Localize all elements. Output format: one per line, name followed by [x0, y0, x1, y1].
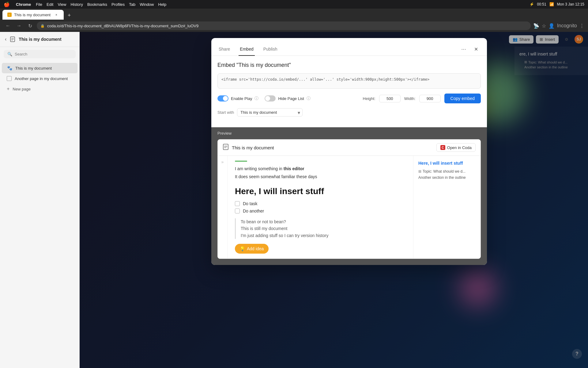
menu-tab[interactable]: Tab: [129, 2, 135, 7]
app-content: 👥 Share ⊞ Insert ⚙ SJ ere, I will insert…: [80, 32, 588, 368]
wifi-icon: 📶: [549, 2, 554, 6]
app-name: Chrome: [16, 2, 31, 7]
menu-profiles[interactable]: Profiles: [111, 2, 125, 7]
menu-help[interactable]: Help: [158, 2, 167, 7]
open-in-coda-label: Open in Coda: [447, 145, 472, 150]
embedded-doc-icon: [223, 144, 229, 151]
embed-controls: Enable Play ⓘ Hide Page List ⓘ Height: W…: [217, 94, 481, 103]
modal-tab-publish[interactable]: Publish: [262, 43, 279, 56]
blockquote: To bean or not to bean? This is still my…: [235, 218, 406, 239]
menu-file[interactable]: File: [36, 2, 42, 7]
menu-window[interactable]: Window: [140, 2, 154, 7]
embedded-doc-title: This is my document: [232, 145, 274, 150]
battery-time: 00:51: [537, 2, 546, 6]
panel-heading: Here, I will insert stuff: [418, 161, 476, 166]
browser-tab[interactable]: C This is my document ×: [2, 10, 64, 20]
modal-header: Share Embed Publish ⋯ ✕: [211, 38, 487, 56]
idea-icon: 💡: [240, 246, 245, 251]
modal-more-button[interactable]: ⋯: [459, 44, 469, 54]
sidebar-item-another-page[interactable]: Another page in my document: [2, 74, 77, 83]
profile-icon[interactable]: 👤: [548, 23, 555, 29]
doc-content: » I am writing something in this editor …: [218, 156, 481, 259]
search-icon: 🔍: [7, 52, 12, 56]
enable-play-toggle[interactable]: [217, 95, 228, 102]
search-placeholder: Search: [15, 52, 27, 56]
search-bar[interactable]: 🔍 Search: [4, 50, 76, 58]
panel-item-2: Another section in the outline: [418, 175, 476, 180]
blockquote-line-2: This is still my document: [241, 225, 406, 232]
task-label-1: Do task: [243, 201, 257, 206]
height-label: Height:: [363, 96, 375, 101]
doc-heading: Here, I will insert stuff: [235, 186, 406, 196]
hide-page-list-toggle[interactable]: [265, 95, 276, 102]
start-with-wrapper: This is my document Another page in my d…: [237, 108, 303, 117]
modal-close-button[interactable]: ✕: [471, 44, 481, 54]
menu-view[interactable]: View: [58, 2, 66, 7]
sidebar: ‹ This is my document 🔍 Search 🐾 This is…: [0, 32, 80, 368]
datetime: Mon 3 Jan 12:15: [557, 2, 584, 6]
doc-sidebar-chevron[interactable]: »: [218, 156, 228, 259]
lock-icon: 🔒: [40, 24, 45, 28]
tab-close-button[interactable]: ×: [54, 12, 59, 17]
modal-tab-embed[interactable]: Embed: [239, 43, 254, 56]
back-button[interactable]: ←: [4, 21, 12, 30]
hide-page-list-label: Hide Page List: [278, 96, 304, 101]
menu-icon[interactable]: ⋮: [579, 23, 584, 29]
incognito-label: Incognito: [557, 23, 577, 29]
menu-edit[interactable]: Edit: [47, 2, 53, 7]
copy-embed-button[interactable]: Copy embed: [444, 94, 481, 103]
width-label: Width:: [404, 96, 416, 101]
modal-tab-share[interactable]: Share: [217, 43, 231, 56]
app-layout: ‹ This is my document 🔍 Search 🐾 This is…: [0, 32, 588, 368]
bookmark-icon[interactable]: ☆: [542, 23, 546, 29]
menu-history[interactable]: History: [70, 2, 83, 7]
sidebar-item-my-document[interactable]: 🐾 This is my document: [2, 63, 77, 73]
sidebar-pages: 🐾 This is my document Another page in my…: [0, 61, 79, 96]
doc-para-2: It does seem somewhat familiar these day…: [235, 173, 406, 180]
page-doc-icon: [7, 76, 12, 81]
menu-items: File Edit View History Bookmarks Profile…: [36, 2, 166, 7]
forward-button[interactable]: →: [15, 21, 23, 30]
modal-actions: ⋯ ✕: [459, 44, 481, 54]
hide-page-list-info-icon[interactable]: ⓘ: [307, 96, 311, 101]
share-embed-modal: Share Embed Publish ⋯ ✕ Embed "This is m…: [211, 38, 487, 265]
url-text: coda.io/d/This-is-my-document_dBhAUW8p6F…: [47, 24, 198, 28]
page-emoji-icon: 🐾: [7, 65, 12, 71]
checkbox-1[interactable]: [235, 201, 240, 206]
page-item-label: This is my document: [15, 66, 52, 71]
refresh-button[interactable]: ↻: [26, 21, 34, 30]
enable-play-info-icon[interactable]: ⓘ: [254, 96, 258, 101]
checkbox-2[interactable]: [235, 209, 240, 213]
sidebar-header: ‹ This is my document: [0, 32, 79, 47]
width-input[interactable]: [419, 95, 441, 102]
blockquote-line-3: I'm just adding stuff so I can try versi…: [241, 232, 406, 239]
apple-menu[interactable]: 🍎: [4, 2, 10, 7]
coda-icon: C: [440, 145, 445, 150]
enable-play-label: Enable Play: [231, 96, 252, 101]
doc-accent-line: [235, 161, 247, 162]
embed-title: Embed "This is my document": [217, 62, 481, 68]
preview-label: Preview: [217, 131, 232, 136]
embed-code-area[interactable]: <iframe src='https://coda.io/embed/...' …: [217, 73, 481, 89]
page-item-label: Another page in my document: [15, 76, 68, 81]
start-with-select[interactable]: This is my document Another page in my d…: [237, 108, 303, 117]
sidebar-back-button[interactable]: ‹: [5, 36, 6, 42]
new-tab-button[interactable]: +: [65, 11, 74, 20]
height-input[interactable]: [379, 95, 401, 102]
blockquote-line-1: To bean or not to bean?: [241, 218, 406, 225]
cast-icon[interactable]: 📡: [533, 23, 539, 29]
open-in-coda-button[interactable]: C Open in Coda: [436, 143, 476, 152]
preview-wrapper: Preview: [211, 127, 487, 265]
menu-bookmarks[interactable]: Bookmarks: [87, 2, 107, 7]
address-bar-right: 📡 ☆ 👤 Incognito ⋮: [533, 23, 584, 29]
menubar-right: ⚡ 00:51 📶 Mon 3 Jan 12:15: [530, 2, 584, 6]
new-page-button[interactable]: + New page: [2, 84, 77, 94]
url-bar[interactable]: 🔒 coda.io/d/This-is-my-document_dBhAUW8p…: [37, 21, 531, 30]
doc-para-1: I am writing something in this editor: [235, 165, 406, 172]
menubar: 🍎 Chrome File Edit View History Bookmark…: [0, 0, 588, 9]
doc-right-panel: Here, I will insert stuff ⊞ Topic: What …: [413, 156, 481, 259]
add-idea-button[interactable]: 💡 Add idea: [235, 244, 269, 254]
tab-bar: C This is my document × +: [0, 9, 588, 20]
start-with-row: Start with This is my document Another p…: [217, 108, 481, 117]
modal-body: Embed "This is my document" <iframe src=…: [211, 56, 487, 127]
